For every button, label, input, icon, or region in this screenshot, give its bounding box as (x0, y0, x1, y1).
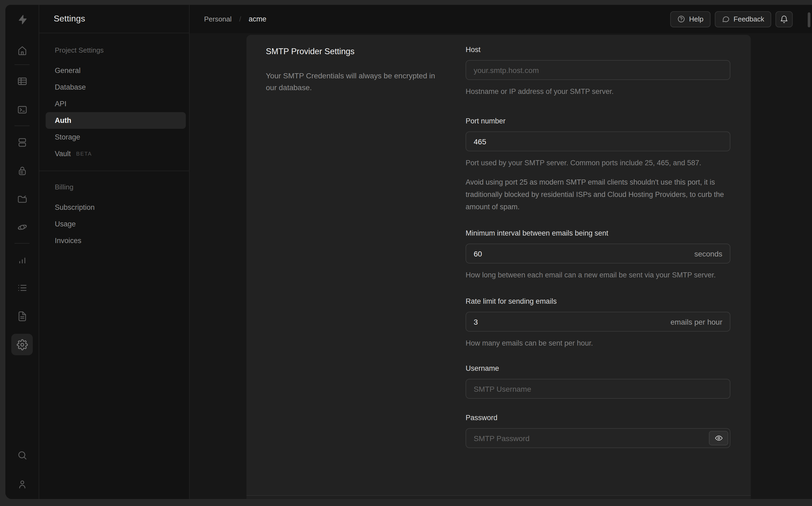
topbar-actions: Help Feedback (670, 11, 793, 27)
beta-badge: BETA (76, 151, 92, 157)
rail-divider (14, 125, 29, 126)
nav-reports[interactable] (11, 249, 33, 270)
breadcrumb: Personal / acme (204, 15, 267, 23)
notifications-bell-icon (780, 15, 788, 23)
host-help-text: Hostname or IP address of your SMTP serv… (466, 85, 730, 98)
user-icon (16, 478, 28, 490)
app-window: Settings Project Settings General Databa… (5, 5, 812, 499)
sidebar-item-label: Storage (55, 133, 80, 141)
sidebar-item-label: General (55, 67, 81, 75)
sidebar-item-label: Subscription (55, 203, 95, 212)
nav-settings[interactable] (11, 334, 33, 355)
rate-limit-label: Rate limit for sending emails (466, 297, 730, 307)
sidebar-item-auth[interactable]: Auth (46, 112, 186, 129)
port-label: Port number (466, 117, 730, 126)
database-icon (16, 137, 28, 148)
settings-gear-icon (16, 339, 28, 350)
main-area: Personal / acme Help (190, 5, 812, 499)
port-help-text: Port used by your SMTP server. Common po… (466, 157, 730, 169)
rate-limit-help-text: How many emails can be sent per hour. (466, 337, 730, 349)
feedback-bubble-icon (722, 15, 730, 23)
eye-icon (715, 434, 723, 442)
sidebar-item-label: Database (55, 83, 86, 91)
project-settings-list: General Database API Auth Storage Vault … (39, 62, 189, 162)
nav-table-editor[interactable] (11, 70, 33, 92)
search-icon (16, 449, 28, 461)
username-input[interactable] (466, 379, 730, 399)
password-visibility-toggle[interactable] (709, 431, 728, 445)
port-field-group: Port number Port used by your SMTP serve… (466, 117, 730, 213)
nav-logs[interactable] (11, 277, 33, 298)
sql-editor-icon (16, 104, 28, 115)
settings-sidebar: Settings Project Settings General Databa… (39, 5, 190, 499)
sidebar-item-label: Usage (55, 220, 76, 228)
interval-field-group: Minimum interval between emails being se… (466, 229, 730, 281)
host-input[interactable] (466, 60, 730, 80)
panel-title: SMTP Provider Settings (266, 47, 446, 56)
notifications-button[interactable] (776, 11, 793, 27)
scrollbar-thumb[interactable] (808, 12, 810, 27)
sidebar-item-usage[interactable]: Usage (46, 216, 186, 232)
breadcrumb-separator: / (239, 15, 241, 23)
nav-database[interactable] (11, 132, 33, 153)
username-field-group: Username (466, 364, 730, 399)
help-button[interactable]: Help (670, 11, 711, 27)
nav-docs[interactable] (11, 305, 33, 327)
sidebar-item-label: API (55, 100, 67, 108)
nav-sql-editor[interactable] (11, 99, 33, 120)
edge-functions-orbit-icon (16, 221, 28, 233)
breadcrumb-project[interactable]: acme (249, 15, 267, 23)
breadcrumb-org[interactable]: Personal (204, 15, 232, 23)
section-label-billing: Billing (39, 183, 189, 193)
sidebar-header: Settings (39, 5, 189, 33)
sidebar-nav: Project Settings General Database API Au… (39, 33, 189, 249)
smtp-form: Host Hostname or IP address of your SMTP… (466, 35, 751, 499)
nav-home[interactable] (11, 40, 33, 61)
interval-input[interactable] (466, 244, 730, 263)
rail-search-button[interactable] (11, 444, 33, 466)
sidebar-item-storage[interactable]: Storage (46, 129, 186, 146)
port-input[interactable] (466, 132, 730, 151)
sidebar-item-database[interactable]: Database (46, 79, 186, 95)
table-editor-icon (16, 75, 28, 87)
icon-rail (5, 5, 39, 499)
panel-description: Your SMTP Credentials will always be enc… (266, 70, 446, 93)
nav-auth[interactable] (11, 160, 33, 181)
sidebar-item-invoices[interactable]: Invoices (46, 232, 186, 249)
panel-intro: SMTP Provider Settings Your SMTP Credent… (246, 35, 466, 499)
auth-lock-icon (16, 165, 28, 176)
sidebar-item-api[interactable]: API (46, 95, 186, 112)
feedback-button[interactable]: Feedback (715, 11, 771, 27)
top-bar: Personal / acme Help (190, 5, 812, 33)
logs-list-icon (16, 282, 28, 293)
sidebar-item-label: Vault (55, 150, 71, 158)
rate-limit-field-group: Rate limit for sending emails emails per… (466, 297, 730, 349)
help-button-label: Help (689, 15, 704, 23)
sidebar-item-subscription[interactable]: Subscription (46, 199, 186, 216)
nav-edge-functions[interactable] (11, 216, 33, 238)
host-label: Host (466, 46, 730, 55)
password-input[interactable] (466, 428, 730, 448)
content-area: SMTP Provider Settings Your SMTP Credent… (190, 33, 812, 499)
rail-user-button[interactable] (11, 473, 33, 495)
storage-folder-icon (16, 193, 28, 204)
rate-limit-input[interactable] (466, 312, 730, 332)
username-label: Username (466, 364, 730, 374)
reports-chart-icon (16, 254, 28, 265)
help-circle-icon (677, 15, 685, 23)
interval-label: Minimum interval between emails being se… (466, 229, 730, 239)
screen: Settings Project Settings General Databa… (0, 0, 812, 506)
supabase-logo-glyph (16, 14, 28, 25)
smtp-settings-panel: SMTP Provider Settings Your SMTP Credent… (246, 35, 751, 499)
interval-help-text: How long between each email can a new em… (466, 269, 730, 281)
section-label-project-settings: Project Settings (39, 46, 189, 56)
sidebar-item-vault[interactable]: Vault BETA (46, 146, 186, 162)
password-field-group: Password (466, 414, 730, 448)
port-note-text: Avoid using port 25 as modern SMTP email… (466, 176, 730, 213)
panel-footer (246, 495, 751, 499)
docs-file-icon (16, 311, 28, 322)
supabase-bolt-icon[interactable] (11, 9, 33, 30)
sidebar-item-general[interactable]: General (46, 62, 186, 79)
nav-storage[interactable] (11, 188, 33, 209)
feedback-button-label: Feedback (734, 15, 764, 23)
